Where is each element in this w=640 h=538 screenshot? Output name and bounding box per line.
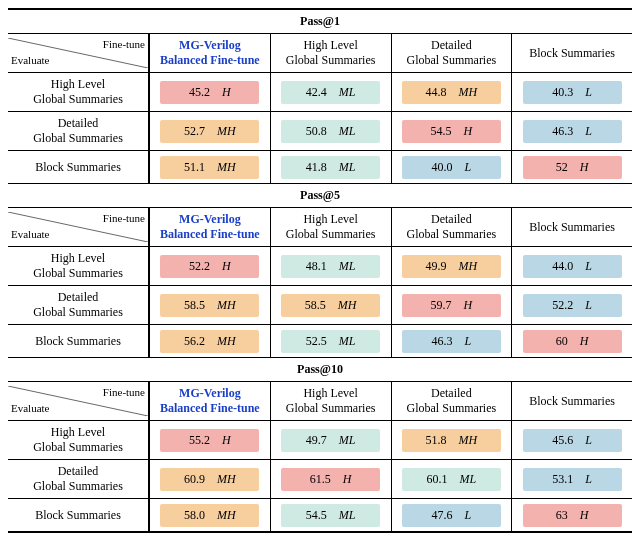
data-cell: 51.8 MH [391,421,512,459]
data-cell: 40.0 L [391,151,512,183]
data-cell: 46.3 L [511,112,632,150]
data-chip: 59.7 H [402,294,501,317]
data-chip: 46.3 L [402,330,501,353]
row-header-0: High Level Global Summaries [8,247,148,285]
data-cell: 41.8 ML [270,151,391,183]
data-chip: 51.1 MH [160,156,259,179]
data-cell: 58.5 MH [150,286,270,324]
col-header-block: Block Summaries [511,34,632,72]
data-chip: 61.5 H [281,468,380,491]
data-chip: 52.2 H [160,255,259,278]
diag-header: Fine-tune Evaluate [8,208,148,246]
data-chip: 58.5 MH [160,294,259,317]
data-chip: 41.8 ML [281,156,380,179]
column-header-row: Fine-tune Evaluate MG-Verilog Balanced F… [8,34,632,73]
data-cell: 56.2 MH [150,325,270,357]
table-row: Block Summaries 56.2 MH 52.5 ML 46.3 L [8,325,632,358]
data-cell: 42.4 ML [270,73,391,111]
table-row: Detailed Global Summaries 58.5 MH 58.5 M… [8,286,632,325]
data-chip: 52 H [523,156,622,179]
table-row: High Level Global Summaries 55.2 H 49.7 … [8,421,632,460]
data-chip: 54.5 ML [281,504,380,527]
section-title: Pass@5 [8,184,632,208]
row-header-1: Detailed Global Summaries [8,286,148,324]
data-cell: 55.2 H [150,421,270,459]
col-header-mg: MG-Verilog Balanced Fine-tune [150,208,270,246]
data-chip: 49.9 MH [402,255,501,278]
data-cell: 58.0 MH [150,499,270,531]
data-chip: 51.8 MH [402,429,501,452]
section-title: Pass@1 [8,10,632,34]
data-cell: 47.6 L [391,499,512,531]
table-row: High Level Global Summaries 45.2 H 42.4 … [8,73,632,112]
data-cell: 44.8 MH [391,73,512,111]
data-cell: 49.9 MH [391,247,512,285]
data-chip: 55.2 H [160,429,259,452]
data-chip: 52.7 MH [160,120,259,143]
data-chip: 58.5 MH [281,294,380,317]
data-chip: 53.1 L [523,468,622,491]
row-header-1: Detailed Global Summaries [8,112,148,150]
col-header-mg: MG-Verilog Balanced Fine-tune [150,34,270,72]
column-header-row: Fine-tune Evaluate MG-Verilog Balanced F… [8,382,632,421]
col-header-block: Block Summaries [511,208,632,246]
row-header-block: Block Summaries [8,325,148,357]
data-chip: 60.9 MH [160,468,259,491]
data-chip: 40.0 L [402,156,501,179]
data-cell: 52.2 H [150,247,270,285]
row-header-block: Block Summaries [8,499,148,531]
row-header-1: Detailed Global Summaries [8,460,148,498]
diag-header-finetune: Fine-tune [103,38,145,52]
data-cell: 60.1 ML [391,460,512,498]
data-chip: 44.0 L [523,255,622,278]
diag-header-evaluate: Evaluate [11,402,49,416]
data-cell: 60.9 MH [150,460,270,498]
data-cell: 49.7 ML [270,421,391,459]
data-cell: 52.7 MH [150,112,270,150]
col-header-block: Block Summaries [511,382,632,420]
col-header-detailed: Detailed Global Summaries [391,208,512,246]
row-header-0: High Level Global Summaries [8,73,148,111]
data-cell: 50.8 ML [270,112,391,150]
data-chip: 54.5 H [402,120,501,143]
diag-header-finetune: Fine-tune [103,212,145,226]
data-cell: 52.2 L [511,286,632,324]
results-table: Pass@1 Fine-tune Evaluate MG-Verilog Bal… [8,8,632,533]
table-row: Block Summaries 58.0 MH 54.5 ML 47.6 L [8,499,632,532]
data-cell: 54.5 ML [270,499,391,531]
data-cell: 51.1 MH [150,151,270,183]
data-chip: 52.5 ML [281,330,380,353]
data-cell: 45.2 H [150,73,270,111]
data-chip: 60.1 ML [402,468,501,491]
col-header-detailed: Detailed Global Summaries [391,34,512,72]
data-cell: 54.5 H [391,112,512,150]
col-header-detailed: Detailed Global Summaries [391,382,512,420]
data-cell: 44.0 L [511,247,632,285]
data-cell: 59.7 H [391,286,512,324]
data-chip: 45.6 L [523,429,622,452]
table-row: Detailed Global Summaries 52.7 MH 50.8 M… [8,112,632,151]
data-cell: 48.1 ML [270,247,391,285]
data-chip: 56.2 MH [160,330,259,353]
data-cell: 58.5 MH [270,286,391,324]
data-cell: 40.3 L [511,73,632,111]
section-title: Pass@10 [8,358,632,382]
row-header-0: High Level Global Summaries [8,421,148,459]
table-row: Block Summaries 51.1 MH 41.8 ML 40.0 L [8,151,632,184]
data-chip: 48.1 ML [281,255,380,278]
col-header-highlevel: High Level Global Summaries [270,208,391,246]
column-header-row: Fine-tune Evaluate MG-Verilog Balanced F… [8,208,632,247]
data-chip: 46.3 L [523,120,622,143]
data-cell: 63 H [511,499,632,531]
data-chip: 42.4 ML [281,81,380,104]
data-chip: 47.6 L [402,504,501,527]
data-chip: 45.2 H [160,81,259,104]
diag-header-evaluate: Evaluate [11,54,49,68]
col-header-mg: MG-Verilog Balanced Fine-tune [150,382,270,420]
data-cell: 45.6 L [511,421,632,459]
data-cell: 46.3 L [391,325,512,357]
data-cell: 52 H [511,151,632,183]
diag-header-evaluate: Evaluate [11,228,49,242]
col-header-highlevel: High Level Global Summaries [270,382,391,420]
data-chip: 44.8 MH [402,81,501,104]
